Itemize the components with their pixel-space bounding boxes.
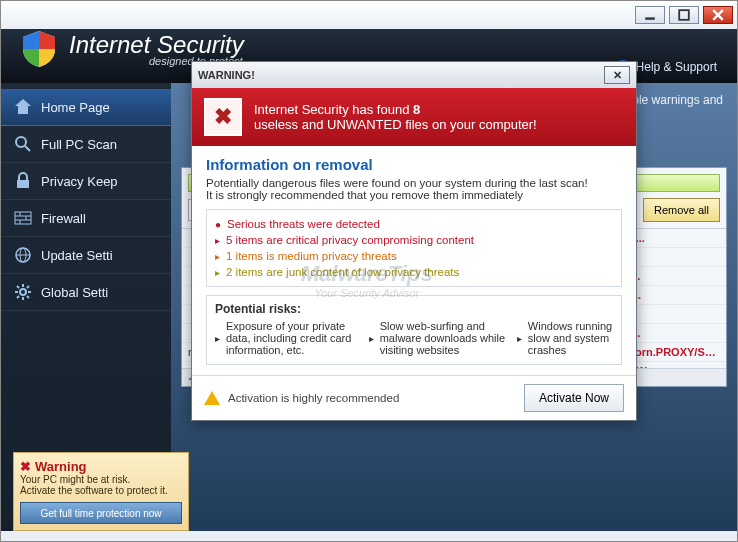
remove-all-button[interactable]: Remove all bbox=[643, 198, 720, 222]
lock-icon bbox=[13, 171, 33, 191]
modal-paragraph: It is strongly recommended that you remo… bbox=[206, 189, 622, 201]
svg-rect-9 bbox=[15, 212, 31, 224]
close-button[interactable] bbox=[703, 6, 733, 24]
svg-point-6 bbox=[16, 137, 26, 147]
minimize-button[interactable] bbox=[635, 6, 665, 24]
sidebar-item-label: Home Page bbox=[41, 100, 110, 115]
warning-line: Your PC might be at risk. bbox=[20, 474, 182, 485]
warning-toast: ✖Warning Your PC might be at risk. Activ… bbox=[13, 452, 189, 531]
modal-close-button[interactable]: ✕ bbox=[604, 66, 630, 84]
sidebar-item-scan[interactable]: Full PC Scan bbox=[1, 126, 171, 163]
sidebar-item-global[interactable]: Global Setti bbox=[1, 274, 171, 311]
modal-title: WARNING! bbox=[198, 69, 255, 81]
threat-line: ●Serious threats were detected bbox=[215, 216, 613, 232]
modal-footer-note: Activation is highly recommended bbox=[228, 392, 399, 404]
modal-threat-list: ●Serious threats were detected▸5 items a… bbox=[206, 209, 622, 287]
home-icon bbox=[13, 97, 33, 117]
sidebar-item-firewall[interactable]: Firewall bbox=[1, 200, 171, 237]
warning-modal: WARNING! ✕ ✖ Internet Security has found… bbox=[191, 61, 637, 421]
modal-risks: Potential risks: ▸Exposure of your priva… bbox=[206, 295, 622, 365]
modal-alert-banner: ✖ Internet Security has found 8 useless … bbox=[192, 88, 636, 146]
warning-triangle-icon bbox=[204, 391, 220, 405]
svg-rect-8 bbox=[17, 180, 29, 188]
sidebar-item-label: Global Setti bbox=[41, 285, 108, 300]
app-window: Internet Security designed to protect ? … bbox=[0, 0, 738, 542]
gear-icon bbox=[13, 282, 33, 302]
sidebar-item-label: Firewall bbox=[41, 211, 86, 226]
os-titlebar bbox=[1, 1, 737, 29]
threat-line: ▸1 items is medium privacy threats bbox=[215, 248, 613, 264]
sidebar-item-update[interactable]: Update Setti bbox=[1, 237, 171, 274]
firewall-icon bbox=[13, 208, 33, 228]
modal-paragraph: Potentially dangerous files were found o… bbox=[206, 177, 622, 189]
get-protection-button[interactable]: Get full time protection now bbox=[20, 502, 182, 524]
sidebar-item-label: Privacy Keep bbox=[41, 174, 118, 189]
modal-heading: Information on removal bbox=[206, 156, 622, 173]
maximize-button[interactable] bbox=[669, 6, 699, 24]
globe-icon bbox=[13, 245, 33, 265]
shield-icon bbox=[19, 29, 59, 69]
sidebar-item-home[interactable]: Home Page bbox=[1, 89, 171, 126]
search-icon bbox=[13, 134, 33, 154]
risk-line: ▸Slow web-surfing and malware downloads … bbox=[369, 319, 511, 357]
sidebar-item-privacy[interactable]: Privacy Keep bbox=[1, 163, 171, 200]
threat-line: ▸5 items are critical privacy compromisi… bbox=[215, 232, 613, 248]
svg-rect-1 bbox=[679, 10, 689, 20]
threat-line: ▸2 items are junk content of low privacy… bbox=[215, 264, 613, 280]
alert-x-icon: ✖ bbox=[204, 98, 242, 136]
risk-line: ▸Windows running slow and system crashes bbox=[517, 319, 613, 357]
svg-line-7 bbox=[25, 146, 30, 151]
sidebar-item-label: Update Setti bbox=[41, 248, 113, 263]
warning-line: Activate the software to protect it. bbox=[20, 485, 182, 496]
svg-point-18 bbox=[20, 289, 26, 295]
sidebar-item-label: Full PC Scan bbox=[41, 137, 117, 152]
modal-titlebar: WARNING! ✕ bbox=[192, 62, 636, 88]
risk-line: ▸Exposure of your private data, includin… bbox=[215, 319, 363, 357]
alert-x-icon: ✖ bbox=[20, 459, 31, 474]
activate-now-button[interactable]: Activate Now bbox=[524, 384, 624, 412]
